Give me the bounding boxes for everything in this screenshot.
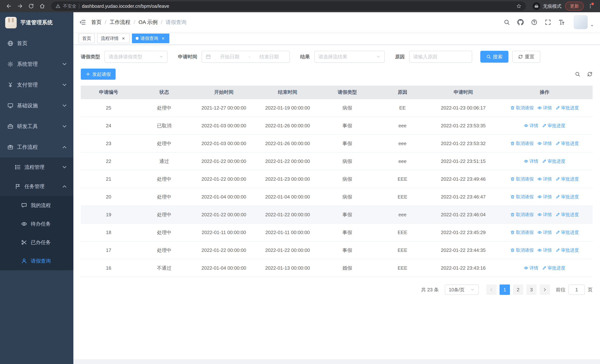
detail-action-link[interactable]: 详情 xyxy=(537,176,552,182)
table-cell: 2022-01-22 23:53:32 xyxy=(430,135,497,152)
incognito-icon xyxy=(533,2,540,10)
sidebar-item-4[interactable]: 基础设施 xyxy=(0,95,73,116)
progress-action-link[interactable]: 审批进度 xyxy=(542,123,565,129)
sidebar-collapse-icon[interactable] xyxy=(79,19,86,26)
progress-action-link[interactable]: 审批进度 xyxy=(555,140,579,146)
sidebar-item-7[interactable]: 流程管理 xyxy=(0,158,73,177)
page-size-select[interactable]: 10条/页 xyxy=(445,284,479,295)
page-button-3[interactable]: 3 xyxy=(526,284,537,295)
sidebar-item-2[interactable]: 系统管理 xyxy=(0,54,73,75)
table-cell: 2022-01-22 23:46:47 xyxy=(430,188,497,206)
action-label: 取消请假 xyxy=(516,247,534,253)
sidebar-logo[interactable]: 芋道管理系统 xyxy=(0,12,73,33)
prev-page-button[interactable] xyxy=(486,284,497,295)
search-button[interactable]: 搜索 xyxy=(480,51,508,63)
bookmark-star-icon[interactable] xyxy=(516,3,521,9)
progress-action-link[interactable]: 审批进度 xyxy=(555,247,579,253)
cancel-action-link[interactable]: 取消请假 xyxy=(510,176,534,182)
sidebar-item-8[interactable]: 任务管理 xyxy=(0,177,73,196)
sidebar-item-1[interactable]: 首页 xyxy=(0,33,73,54)
reason-input[interactable] xyxy=(409,51,472,63)
breadcrumb-item[interactable]: OA 示例 xyxy=(139,19,158,26)
sidebar-item-3[interactable]: 支付管理 xyxy=(0,75,73,95)
browser-update-button[interactable]: 更新 xyxy=(565,2,584,10)
table-body: 25处理中2021-12-27 00:00:002022-01-19 00:00… xyxy=(81,99,593,277)
close-tab-icon[interactable]: × xyxy=(121,36,126,41)
table-cell: eee xyxy=(375,206,430,224)
goto-page-input[interactable] xyxy=(569,284,585,295)
refresh-table-icon[interactable] xyxy=(587,71,593,77)
browser-back-icon[interactable] xyxy=(4,1,14,11)
detail-action-link[interactable]: 详情 xyxy=(537,194,552,200)
detail-action-link[interactable]: 详情 xyxy=(537,247,552,253)
progress-action-link[interactable]: 审批进度 xyxy=(555,176,579,182)
cancel-action-link[interactable]: 取消请假 xyxy=(510,247,534,253)
github-icon[interactable] xyxy=(517,19,524,25)
breadcrumb-item[interactable]: 工作流程 xyxy=(110,19,131,26)
create-leave-button[interactable]: 发起请假 xyxy=(81,69,116,80)
browser-home-icon[interactable] xyxy=(37,1,47,11)
toggle-search-icon[interactable] xyxy=(575,71,580,77)
apply-time-range-picker[interactable]: 开始日期 - 结束日期 xyxy=(202,51,290,63)
action-label: 详情 xyxy=(543,212,552,218)
browser-menu-icon[interactable] xyxy=(585,1,596,11)
page-button-1[interactable]: 1 xyxy=(500,284,510,295)
column-header: 结束时间 xyxy=(256,86,319,99)
progress-action-link[interactable]: 审批进度 xyxy=(542,265,565,271)
sidebar-item-label: 已办任务 xyxy=(31,239,51,246)
cancel-action-link[interactable]: 取消请假 xyxy=(510,229,534,235)
table-cell: 病假 xyxy=(319,188,375,206)
detail-action-link[interactable]: 详情 xyxy=(537,140,552,146)
table-cell: 18 xyxy=(81,224,136,241)
tab-label: 首页 xyxy=(82,35,91,41)
chevron-down-icon xyxy=(376,55,381,59)
next-page-button[interactable] xyxy=(540,284,550,295)
fullscreen-icon[interactable] xyxy=(545,19,551,25)
user-avatar[interactable] xyxy=(574,15,594,29)
sidebar-item-5[interactable]: 研发工具 xyxy=(0,116,73,137)
progress-action-link[interactable]: 审批进度 xyxy=(555,194,579,200)
progress-action-link[interactable]: 审批进度 xyxy=(555,105,579,111)
result-select[interactable]: 请选择流结果 xyxy=(314,51,385,63)
cancel-action-link[interactable]: 取消请假 xyxy=(510,140,534,146)
table-row: 21处理中2022-01-22 00:00:002022-01-23 00:00… xyxy=(81,170,593,188)
sidebar-item-10[interactable]: 待办任务 xyxy=(0,215,73,233)
action-label: 详情 xyxy=(543,229,552,235)
table-toolbar: 发起请假 xyxy=(81,69,593,80)
detail-action-link[interactable]: 详情 xyxy=(537,229,552,235)
page-button-2[interactable]: 2 xyxy=(513,284,523,295)
breadcrumb-item[interactable]: 首页 xyxy=(91,19,102,26)
help-icon[interactable] xyxy=(531,19,537,25)
reset-button[interactable]: 重置 xyxy=(512,51,540,63)
action-label: 审批进度 xyxy=(548,123,565,129)
detail-action-link[interactable]: 详情 xyxy=(524,123,538,129)
cancel-action-link[interactable]: 取消请假 xyxy=(510,194,534,200)
edit-icon xyxy=(542,159,546,163)
tab-1[interactable]: 首页 xyxy=(79,34,95,43)
sidebar-item-9[interactable]: 我的流程 xyxy=(0,196,73,215)
detail-action-link[interactable]: 详情 xyxy=(524,265,538,271)
progress-action-link[interactable]: 审批进度 xyxy=(542,158,565,164)
cancel-action-link[interactable]: 取消请假 xyxy=(510,212,534,218)
sidebar-item-12[interactable]: 请假查询 xyxy=(0,252,73,270)
header-search-icon[interactable] xyxy=(504,19,510,25)
detail-action-link[interactable]: 详情 xyxy=(537,105,552,111)
detail-action-link[interactable]: 详情 xyxy=(524,158,538,164)
tab-3[interactable]: 请假查询× xyxy=(132,34,169,43)
column-header: 开始时间 xyxy=(192,86,256,99)
cancel-action-link[interactable]: 取消请假 xyxy=(510,105,534,111)
leave-type-select[interactable]: 请选择请假类型 xyxy=(104,51,168,63)
sidebar-item-6[interactable]: 工作流程 xyxy=(0,137,73,158)
table-cell: 2022-01-11 00:00:00 xyxy=(192,224,256,241)
tab-2[interactable]: 流程详情× xyxy=(97,34,130,43)
font-size-icon[interactable] xyxy=(559,19,565,25)
browser-forward-icon[interactable] xyxy=(15,1,25,11)
filter-form: 请假类型 请选择请假类型 申请时间 开始日期 - 结束日期 结果 xyxy=(81,51,593,63)
browser-reload-icon[interactable] xyxy=(26,1,36,11)
browser-address-bar[interactable]: 不安全 dashboard.yudao.iocoder.cn/bpm/oa/le… xyxy=(51,1,526,11)
sidebar-item-11[interactable]: 已办任务 xyxy=(0,233,73,252)
close-tab-icon[interactable]: × xyxy=(160,36,166,41)
detail-action-link[interactable]: 详情 xyxy=(537,212,552,218)
progress-action-link[interactable]: 审批进度 xyxy=(555,212,579,218)
progress-action-link[interactable]: 审批进度 xyxy=(555,229,579,235)
